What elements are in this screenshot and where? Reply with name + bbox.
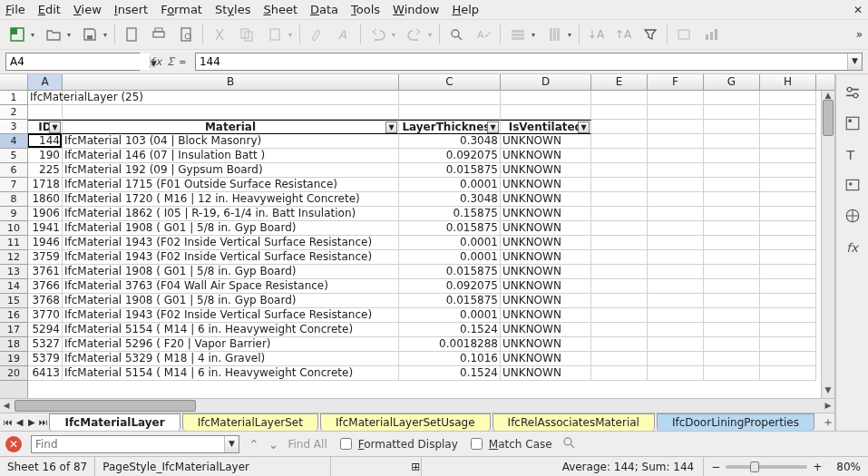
cell[interactable]: IsVentilated▼ xyxy=(501,120,591,134)
cell[interactable]: UNKNOWN xyxy=(501,366,591,381)
status-pagestyle[interactable]: PageStyle_IfcMaterialLayer xyxy=(95,457,331,477)
name-box[interactable]: ▼ xyxy=(5,53,140,71)
cell[interactable] xyxy=(760,279,816,294)
column-button[interactable] xyxy=(542,24,573,45)
menu-format[interactable]: Format xyxy=(161,3,202,16)
print-preview-button[interactable] xyxy=(175,24,197,45)
cell[interactable]: IfcMaterial 146 (07 | Insulation Batt ) xyxy=(63,149,399,163)
zoom-slider-knob[interactable] xyxy=(750,461,759,472)
status-summary[interactable]: Average: 144; Sum: 144 xyxy=(440,457,704,477)
cell[interactable] xyxy=(760,178,816,192)
cell[interactable]: IfcMaterial 1908 ( G01 | 5/8 in. Gyp Boa… xyxy=(63,221,399,236)
tab-nav-next-icon[interactable]: ▶ xyxy=(25,415,37,430)
cell[interactable]: UNKNOWN xyxy=(501,163,591,178)
cell[interactable]: 190 xyxy=(28,149,63,163)
cell[interactable] xyxy=(648,221,704,236)
cell[interactable] xyxy=(704,178,760,192)
row-header[interactable]: 12 xyxy=(0,250,27,265)
row-header[interactable]: 11 xyxy=(0,236,27,250)
cell[interactable] xyxy=(591,323,648,337)
cell[interactable] xyxy=(760,163,816,178)
row-header[interactable]: 15 xyxy=(0,294,27,308)
col-header-h[interactable]: H xyxy=(760,74,816,90)
cell[interactable]: UNKNOWN xyxy=(501,250,591,265)
close-findbar-button[interactable]: ✕ xyxy=(5,436,22,452)
undo-button[interactable] xyxy=(366,24,397,45)
find-options-icon[interactable] xyxy=(561,435,576,452)
cell[interactable] xyxy=(28,105,63,120)
cell[interactable]: IfcMaterialLayer (25) xyxy=(28,91,63,105)
cell[interactable] xyxy=(704,221,760,236)
cell[interactable] xyxy=(399,91,501,105)
cell[interactable]: UNKNOWN xyxy=(501,221,591,236)
cell[interactable]: 0.3048 xyxy=(399,192,501,207)
cell[interactable]: 0.0001 xyxy=(399,308,501,323)
cell[interactable]: 5294 xyxy=(28,323,63,337)
cell[interactable]: 0.015875 xyxy=(399,265,501,279)
cell[interactable] xyxy=(704,134,760,149)
find-prev-icon[interactable]: ⌃ xyxy=(249,437,259,452)
cell[interactable] xyxy=(704,294,760,308)
cell[interactable]: 0.015875 xyxy=(399,294,501,308)
cell[interactable] xyxy=(591,279,648,294)
cell[interactable] xyxy=(704,192,760,207)
paste-button[interactable] xyxy=(263,24,294,45)
cell[interactable]: UNKNOWN xyxy=(501,308,591,323)
tab-nav-last-icon[interactable]: ⏭ xyxy=(37,415,49,430)
cell[interactable] xyxy=(760,221,816,236)
cell[interactable]: 0.0001 xyxy=(399,178,501,192)
cell[interactable]: 144 xyxy=(28,134,63,149)
cell[interactable]: 0.092075 xyxy=(399,149,501,163)
row-header[interactable]: 7 xyxy=(0,178,27,192)
col-header-b[interactable]: B xyxy=(63,74,399,90)
cell[interactable] xyxy=(648,105,704,120)
cell[interactable] xyxy=(648,192,704,207)
autofilter-dropdown-icon[interactable]: ▼ xyxy=(49,121,61,133)
cell[interactable]: 1941 xyxy=(28,221,63,236)
row-header[interactable]: 9 xyxy=(0,207,27,221)
select-all-corner[interactable] xyxy=(0,74,28,90)
menu-window[interactable]: Window xyxy=(393,3,439,16)
cell[interactable]: IfcMaterial 1715 (F01 Outside Surface Re… xyxy=(63,178,399,192)
cell[interactable] xyxy=(648,323,704,337)
cell[interactable]: ID▼ xyxy=(28,120,63,134)
tab-nav-prev-icon[interactable]: ◀ xyxy=(14,415,25,430)
row-header[interactable]: 13 xyxy=(0,265,27,279)
zoom-percent[interactable]: 80% xyxy=(829,457,868,477)
cell[interactable] xyxy=(591,236,648,250)
row-header[interactable]: 16 xyxy=(0,308,27,323)
row-header[interactable]: 18 xyxy=(0,337,27,352)
cell[interactable]: 1860 xyxy=(28,192,63,207)
row-header[interactable]: 1 xyxy=(0,91,27,105)
cell[interactable] xyxy=(760,236,816,250)
sidebar-properties-icon[interactable] xyxy=(842,112,863,134)
cell[interactable]: 1946 xyxy=(28,236,63,250)
cell[interactable] xyxy=(704,91,760,105)
cell[interactable] xyxy=(704,352,760,366)
cell[interactable] xyxy=(704,279,760,294)
cell[interactable] xyxy=(704,323,760,337)
cell[interactable] xyxy=(760,192,816,207)
formula-expand-icon[interactable]: ▼ xyxy=(847,53,862,70)
menu-file[interactable]: File xyxy=(5,3,25,16)
cell[interactable] xyxy=(704,250,760,265)
cell[interactable] xyxy=(704,105,760,120)
col-header-c[interactable]: C xyxy=(399,74,501,90)
cell[interactable] xyxy=(704,120,760,134)
cell[interactable]: UNKNOWN xyxy=(501,337,591,352)
fx-icon[interactable]: fx xyxy=(149,55,161,68)
cell[interactable]: IfcMaterial 1720 ( M16 | 12 in. Heavywei… xyxy=(63,192,399,207)
cell[interactable] xyxy=(591,178,648,192)
cell[interactable]: IfcMaterial 3763 (F04 Wall Air Space Res… xyxy=(63,279,399,294)
cell[interactable]: 0.3048 xyxy=(399,134,501,149)
cell[interactable] xyxy=(648,120,704,134)
cell[interactable]: UNKNOWN xyxy=(501,323,591,337)
sidebar-functions-icon[interactable]: fx xyxy=(842,236,863,257)
cell[interactable] xyxy=(648,279,704,294)
status-sheet[interactable]: Sheet 16 of 87 xyxy=(0,457,95,477)
cell[interactable] xyxy=(760,366,816,381)
menu-sheet[interactable]: Sheet xyxy=(263,3,297,16)
cell[interactable]: IfcMaterial 1908 ( G01 | 5/8 in. Gyp Boa… xyxy=(63,265,399,279)
cell[interactable] xyxy=(648,178,704,192)
cell-reference-input[interactable] xyxy=(6,53,150,70)
